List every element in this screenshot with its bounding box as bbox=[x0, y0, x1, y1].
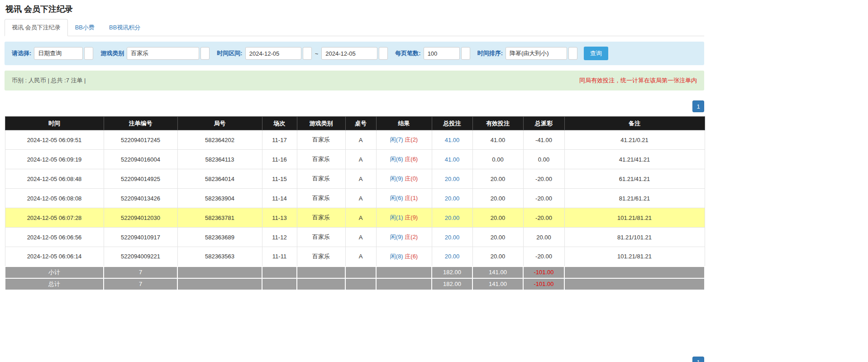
page-1-button-top[interactable]: 1 bbox=[692, 100, 704, 112]
footer-empty-cell bbox=[345, 267, 376, 278]
page-size-input[interactable] bbox=[424, 47, 460, 60]
total-bet-link[interactable]: 41.00 bbox=[445, 156, 460, 163]
total-payout: -101.00 bbox=[523, 278, 564, 290]
result-cell: 闲(1) 庄(9) bbox=[376, 208, 432, 228]
total-bet-link[interactable]: 20.00 bbox=[445, 176, 460, 182]
col-header-table-no: 桌号 bbox=[345, 117, 376, 130]
session-cell: 11-11 bbox=[262, 247, 297, 267]
table-header-row: 时间 注单编号 局号 场次 游戏类别 桌号 结果 总投注 有效投注 总派彩 备注 bbox=[5, 117, 705, 130]
col-header-payout: 总派彩 bbox=[523, 117, 564, 130]
table-row: 2024-12-05 06:08:48 522094014925 5823640… bbox=[5, 169, 705, 189]
tab-bb-tips[interactable]: BB小费 bbox=[68, 19, 102, 36]
payout-cell: -20.00 bbox=[523, 247, 564, 267]
date-query-input[interactable] bbox=[34, 47, 83, 60]
tab-betting-records[interactable]: 视讯 会员下注纪录 bbox=[5, 19, 68, 36]
col-header-session: 场次 bbox=[262, 117, 297, 130]
date-from-picker-button[interactable] bbox=[303, 47, 312, 60]
search-button[interactable]: 查询 bbox=[584, 47, 608, 60]
remark-cell: 61.21/41.21 bbox=[564, 169, 705, 189]
game-type-dropdown-button[interactable] bbox=[200, 47, 210, 60]
summary-bar: 币别 : 人民币 | 总共 :7 注单 | 同局有效投注，统一计算在该局第一张注… bbox=[5, 71, 704, 90]
total-bet-link[interactable]: 20.00 bbox=[445, 234, 460, 241]
bet-id-cell: 522094014925 bbox=[104, 169, 177, 189]
col-header-round-id: 局号 bbox=[177, 117, 262, 130]
round-id-cell: 582364202 bbox=[177, 130, 262, 150]
session-cell: 11-15 bbox=[262, 169, 297, 189]
game-type-cell: 百家乐 bbox=[297, 247, 345, 267]
col-header-remark: 备注 bbox=[564, 117, 705, 130]
game-type-cell: 百家乐 bbox=[297, 189, 345, 208]
result-cell: 闲(7) 庄(2) bbox=[376, 130, 432, 150]
valid-bet-notice-text: 同局有效投注，统一计算在该局第一张注单内 bbox=[579, 76, 697, 85]
total-label: 总计 bbox=[5, 278, 104, 290]
date-query-dropdown-button[interactable] bbox=[84, 47, 93, 60]
game-type-input[interactable] bbox=[127, 47, 199, 60]
result-banker: 庄(1) bbox=[405, 195, 418, 201]
valid-bet-cell: 20.00 bbox=[472, 208, 523, 228]
session-cell: 11-16 bbox=[262, 150, 297, 169]
sort-order-input[interactable] bbox=[506, 47, 567, 60]
currency-total-text: 币别 : 人民币 | 总共 :7 注单 | bbox=[12, 76, 86, 85]
payout-cell: -20.00 bbox=[523, 169, 564, 189]
time-cell: 2024-12-05 06:06:14 bbox=[5, 247, 104, 267]
valid-bet-cell: 20.00 bbox=[472, 189, 523, 208]
table-row: 2024-12-05 06:08:08 522094013426 5823639… bbox=[5, 189, 705, 208]
total-bet-cell: 41.00 bbox=[432, 130, 472, 150]
valid-bet-cell: 0.00 bbox=[472, 150, 523, 169]
date-range-separator: ~ bbox=[315, 50, 319, 57]
col-header-bet-id: 注单编号 bbox=[104, 117, 177, 130]
total-valid-bet: 141.00 bbox=[472, 278, 523, 290]
sort-order-dropdown-button[interactable] bbox=[568, 47, 577, 60]
result-banker: 庄(6) bbox=[405, 156, 418, 162]
date-to-picker-button[interactable] bbox=[379, 47, 388, 60]
table-no-cell: A bbox=[345, 189, 376, 208]
date-to-input[interactable] bbox=[321, 47, 377, 60]
time-cell: 2024-12-05 06:09:51 bbox=[5, 130, 104, 150]
page-1-button-bottom[interactable]: 1 bbox=[692, 357, 704, 362]
valid-bet-cell: 20.00 bbox=[472, 169, 523, 189]
round-id-cell: 582364014 bbox=[177, 169, 262, 189]
remark-cell: 81.21/61.21 bbox=[564, 189, 705, 208]
table-row: 2024-12-05 06:06:56 522094010917 5823636… bbox=[5, 228, 705, 247]
subtotal-count: 7 bbox=[104, 267, 177, 278]
time-cell: 2024-12-05 06:08:08 bbox=[5, 189, 104, 208]
game-type-cell: 百家乐 bbox=[297, 169, 345, 189]
result-player: 闲(9) bbox=[390, 175, 403, 182]
footer-empty-cell bbox=[177, 267, 262, 278]
date-range-label: 时间区间: bbox=[217, 49, 242, 57]
footer-empty-cell bbox=[564, 267, 705, 278]
subtotal-row: 小计 7 182.00 141.00 -101.00 bbox=[5, 267, 705, 278]
game-type-label: 游戏类别 bbox=[100, 49, 124, 57]
round-id-cell: 582364113 bbox=[177, 150, 262, 169]
tab-bb-points[interactable]: BB视讯积分 bbox=[102, 19, 148, 36]
session-cell: 11-17 bbox=[262, 130, 297, 150]
subtotal-label: 小计 bbox=[5, 267, 104, 278]
date-from-input[interactable] bbox=[245, 47, 301, 60]
result-player: 闲(6) bbox=[390, 195, 403, 201]
footer-empty-cell bbox=[345, 278, 376, 290]
payout-cell: -41.00 bbox=[523, 130, 564, 150]
bet-id-cell: 522094012030 bbox=[104, 208, 177, 228]
result-banker: 庄(9) bbox=[405, 214, 418, 221]
total-bet-link[interactable]: 20.00 bbox=[445, 214, 460, 221]
page-title: 视讯 会员下注纪录 bbox=[5, 4, 706, 14]
footer-empty-cell bbox=[262, 278, 297, 290]
total-bet-link[interactable]: 41.00 bbox=[445, 137, 460, 143]
total-bet-link[interactable]: 20.00 bbox=[445, 253, 460, 260]
table-no-cell: A bbox=[345, 150, 376, 169]
betting-records-table: 时间 注单编号 局号 场次 游戏类别 桌号 结果 总投注 有效投注 总派彩 备注… bbox=[5, 116, 705, 291]
col-header-time: 时间 bbox=[5, 117, 104, 130]
result-player: 闲(1) bbox=[390, 214, 403, 221]
total-bet-cell: 20.00 bbox=[432, 228, 472, 247]
table-row-highlighted: 2024-12-05 06:07:28 522094012030 5823637… bbox=[5, 208, 705, 228]
total-bet-link[interactable]: 20.00 bbox=[445, 195, 460, 202]
col-header-result: 结果 bbox=[376, 117, 432, 130]
select-type-label: 请选择: bbox=[12, 49, 31, 57]
page-size-dropdown-button[interactable] bbox=[461, 47, 470, 60]
result-banker: 庄(0) bbox=[405, 175, 418, 182]
sort-order-label: 时间排序: bbox=[477, 49, 503, 57]
result-cell: 闲(9) 庄(0) bbox=[376, 169, 432, 189]
pagination-bottom: 1 bbox=[5, 357, 704, 362]
result-player: 闲(6) bbox=[390, 156, 403, 162]
table-no-cell: A bbox=[345, 130, 376, 150]
